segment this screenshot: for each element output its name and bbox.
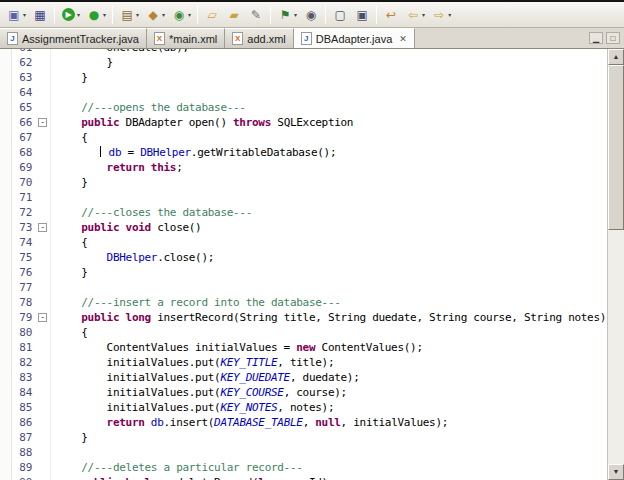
external-tools-icon[interactable]: ⚑▾ <box>274 4 300 25</box>
fold-collapse-marker[interactable]: - <box>36 220 51 235</box>
code-line-81[interactable]: 81 ContentValues initialValues = new Con… <box>12 340 607 355</box>
java-editor-icon[interactable]: ▣ <box>351 4 373 25</box>
tab-add-xml[interactable]: Xadd.xml <box>225 28 294 48</box>
tab-dbadapter-java[interactable]: JDBAdapter.java✕ <box>294 28 415 48</box>
new-java-project-icon[interactable]: ▤▾ <box>116 4 142 25</box>
code-line-78[interactable]: 78 //---insert a record into the databas… <box>12 295 607 310</box>
debug-icon-dropdown[interactable]: ▾ <box>103 11 106 18</box>
open-type-icon[interactable]: ▱ <box>201 4 223 25</box>
save-icon[interactable]: ▦ <box>29 4 51 25</box>
code-text: } <box>51 55 607 70</box>
vertical-scrollbar[interactable]: ▲ ▼ <box>607 49 624 480</box>
code-line-90[interactable]: 90 public boolean deleteRecord(long rowI… <box>12 475 607 480</box>
fold-gutter <box>36 295 51 310</box>
code-line-72[interactable]: 72 //---closes the database--- <box>12 205 607 220</box>
new-package-icon-dropdown[interactable]: ▾ <box>162 11 165 18</box>
fold-gutter <box>36 205 51 220</box>
code-line-80[interactable]: 80 { <box>12 325 607 340</box>
code-line-85[interactable]: 85 initialValues.put(KEY_NOTES, notes); <box>12 400 607 415</box>
search-icon[interactable]: ◉ <box>300 4 322 25</box>
code-line-71[interactable]: 71 <box>12 190 607 205</box>
line-number: 79 <box>12 310 36 325</box>
code-line-62[interactable]: 62 } <box>12 55 607 70</box>
tab-assignmenttracker-java[interactable]: JAssignmentTracker.java <box>0 28 147 48</box>
fold-minus-icon[interactable]: - <box>38 313 47 322</box>
annotation-ruler[interactable] <box>0 49 12 480</box>
back-icon[interactable]: ⇦▾ <box>402 4 428 25</box>
last-edit-location-icon[interactable]: ↩ <box>380 4 402 25</box>
fold-collapse-marker[interactable]: - <box>36 310 51 325</box>
tab-main-xml[interactable]: X*main.xml <box>147 28 225 48</box>
new-class-icon[interactable]: ◉▾ <box>168 4 194 25</box>
code-line-65[interactable]: 65 //---opens the database--- <box>12 100 607 115</box>
code-line-74[interactable]: 74 { <box>12 235 607 250</box>
toolbar-separator <box>376 6 377 24</box>
forward-icon: ⇨ <box>431 7 447 23</box>
code-line-70[interactable]: 70 } <box>12 175 607 190</box>
fold-gutter <box>36 475 51 480</box>
java-editor-icon: ▣ <box>354 7 370 23</box>
code-line-79[interactable]: 79- public long insertRecord(String titl… <box>12 310 607 325</box>
minimize-editor-button[interactable]: ▁ <box>589 32 603 44</box>
fold-minus-icon[interactable]: - <box>38 223 47 232</box>
scrollbar-thumb[interactable] <box>608 65 624 230</box>
code-line-82[interactable]: 82 initialValues.put(KEY_TITLE, title); <box>12 355 607 370</box>
new-package-icon[interactable]: ◆▾ <box>142 4 168 25</box>
code-line-75[interactable]: 75 DBHelper.close(); <box>12 250 607 265</box>
code-text: } <box>51 265 607 280</box>
line-number: 89 <box>12 460 36 475</box>
debug-icon[interactable]: ●▾ <box>83 4 109 25</box>
run-icon[interactable]: ▶▾ <box>58 4 83 25</box>
line-number: 67 <box>12 130 36 145</box>
code-line-68[interactable]: 68 db = DBHelper.getWritableDatabase(); <box>12 145 607 160</box>
code-area[interactable]: 61 onCreate(db);62 }63 }6465 //---opens … <box>12 49 607 480</box>
console-icon[interactable]: ▢ <box>329 4 351 25</box>
tab-close-button[interactable]: ✕ <box>399 34 407 44</box>
code-editor[interactable]: 61 onCreate(db);62 }63 }6465 //---opens … <box>0 49 624 480</box>
import-icon[interactable]: ▰ <box>223 4 245 25</box>
line-number: 77 <box>12 280 36 295</box>
code-line-73[interactable]: 73- public void close() <box>12 220 607 235</box>
fold-gutter <box>36 235 51 250</box>
line-number: 85 <box>12 400 36 415</box>
run-icon-dropdown[interactable]: ▾ <box>77 11 80 18</box>
edit-annotations-icon[interactable]: ✎ <box>245 4 267 25</box>
fold-minus-icon[interactable]: - <box>38 118 47 127</box>
fold-gutter <box>36 370 51 385</box>
code-line-64[interactable]: 64 <box>12 85 607 100</box>
scroll-up-button[interactable]: ▲ <box>608 49 624 65</box>
code-line-89[interactable]: 89 //---deletes a particular record--- <box>12 460 607 475</box>
external-tools-icon-dropdown[interactable]: ▾ <box>294 11 297 18</box>
code-line-69[interactable]: 69 return this; <box>12 160 607 175</box>
code-line-66[interactable]: 66- public DBAdapter open() throws SQLEx… <box>12 115 607 130</box>
line-number: 72 <box>12 205 36 220</box>
line-number: 69 <box>12 160 36 175</box>
external-tools-icon: ⚑ <box>277 7 293 23</box>
new-wizard-icon[interactable]: ▣▾ <box>3 4 29 25</box>
code-line-67[interactable]: 67 { <box>12 130 607 145</box>
new-java-project-icon-dropdown[interactable]: ▾ <box>136 11 139 18</box>
forward-icon-dropdown[interactable]: ▾ <box>448 11 451 18</box>
code-line-76[interactable]: 76 } <box>12 265 607 280</box>
forward-icon[interactable]: ⇨▾ <box>428 4 454 25</box>
code-line-88[interactable]: 88 <box>12 445 607 460</box>
save-icon: ▦ <box>32 7 48 23</box>
back-icon-dropdown[interactable]: ▾ <box>422 11 425 18</box>
fold-collapse-marker[interactable]: - <box>36 115 51 130</box>
line-number: 76 <box>12 265 36 280</box>
line-number: 73 <box>12 220 36 235</box>
fold-gutter <box>36 175 51 190</box>
fold-gutter <box>36 400 51 415</box>
scroll-down-button[interactable]: ▼ <box>608 464 624 480</box>
new-wizard-icon-dropdown[interactable]: ▾ <box>23 11 26 18</box>
toolbar-separator <box>54 6 55 24</box>
code-text: public long insertRecord(String title, S… <box>51 310 607 325</box>
code-line-87[interactable]: 87 } <box>12 430 607 445</box>
maximize-editor-button[interactable]: □ <box>606 32 620 44</box>
code-line-86[interactable]: 86 return db.insert(DATABASE_TABLE, null… <box>12 415 607 430</box>
new-class-icon-dropdown[interactable]: ▾ <box>188 11 191 18</box>
code-line-77[interactable]: 77 <box>12 280 607 295</box>
code-line-63[interactable]: 63 } <box>12 70 607 85</box>
code-line-83[interactable]: 83 initialValues.put(KEY_DUEDATE, duedat… <box>12 370 607 385</box>
code-line-84[interactable]: 84 initialValues.put(KEY_COURSE, course)… <box>12 385 607 400</box>
